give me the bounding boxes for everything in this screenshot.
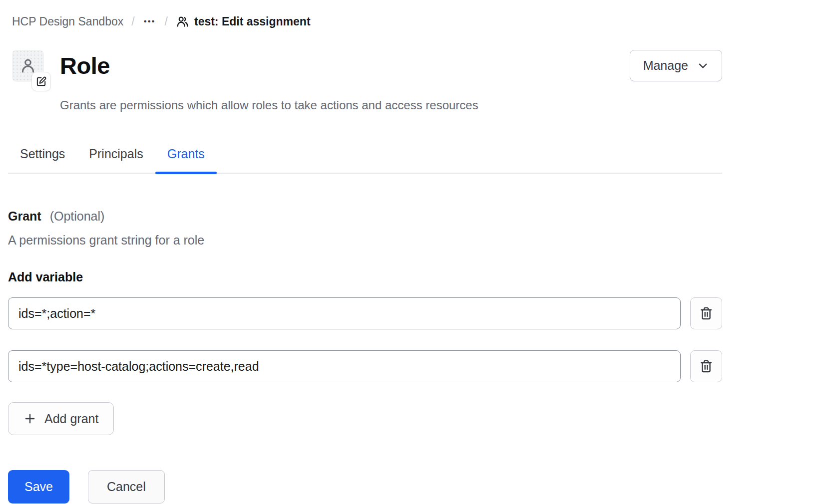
page-header: Role Grants are permissions which allow … — [12, 50, 722, 113]
grant-help-text: A permissions grant string for a role — [8, 233, 722, 248]
breadcrumb-item-hcp-design-sandbox[interactable]: HCP Design Sandbox — [12, 14, 123, 29]
chevron-down-icon — [697, 60, 709, 71]
grant-field-label-row: Grant (Optional) — [8, 209, 722, 224]
breadcrumb-separator: / — [131, 14, 134, 29]
tab-grants[interactable]: Grants — [155, 143, 217, 173]
grant-row-1 — [8, 297, 722, 329]
breadcrumb-current: test: Edit assignment — [176, 14, 311, 29]
manage-button[interactable]: Manage — [630, 50, 722, 81]
tab-bar: Settings Principals Grants — [8, 143, 722, 174]
grant-input-1[interactable] — [8, 297, 681, 329]
grant-label: Grant — [8, 209, 41, 223]
breadcrumb-separator: / — [165, 14, 168, 29]
page-description: Grants are permissions which allow roles… — [60, 97, 630, 113]
grant-row-2 — [8, 350, 722, 382]
add-variable-label: Add variable — [8, 269, 722, 284]
tab-settings[interactable]: Settings — [8, 143, 77, 173]
grants-form: Grant (Optional) A permissions grant str… — [8, 209, 722, 504]
edit-role-icon-button[interactable] — [31, 72, 51, 91]
delete-grant-button-1[interactable] — [690, 297, 722, 329]
grant-optional-label: (Optional) — [50, 209, 105, 223]
trash-icon — [699, 359, 713, 373]
page-title: Role — [60, 50, 630, 82]
manage-button-label: Manage — [643, 58, 688, 73]
form-actions: Save Cancel — [8, 470, 722, 504]
plus-icon — [23, 412, 36, 425]
grant-input-2[interactable] — [8, 350, 681, 382]
role-grants-page: HCP Design Sandbox / ••• / test: Edit as… — [0, 0, 835, 504]
save-button[interactable]: Save — [8, 470, 69, 504]
role-avatar — [12, 50, 44, 82]
cancel-button[interactable]: Cancel — [88, 470, 165, 504]
add-grant-button-label: Add grant — [44, 412, 98, 426]
breadcrumb-current-label: test: Edit assignment — [194, 14, 311, 29]
user-group-icon — [176, 15, 189, 28]
delete-grant-button-2[interactable] — [690, 350, 722, 382]
breadcrumb: HCP Design Sandbox / ••• / test: Edit as… — [12, 14, 722, 29]
title-block: Role Grants are permissions which allow … — [60, 50, 630, 113]
tab-principals[interactable]: Principals — [77, 143, 155, 173]
pencil-square-icon — [35, 76, 47, 87]
add-grant-button[interactable]: Add grant — [8, 402, 114, 435]
breadcrumb-ellipsis-button[interactable]: ••• — [143, 14, 157, 29]
trash-icon — [699, 306, 713, 320]
